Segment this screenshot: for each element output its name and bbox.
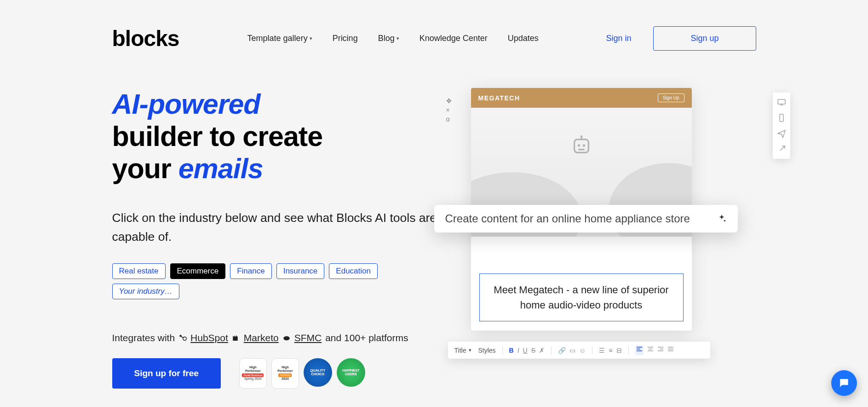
align-left-icon[interactable] — [635, 345, 644, 355]
sfmc-icon — [282, 334, 291, 342]
svg-point-7 — [577, 144, 580, 147]
nav-template-gallery[interactable]: Template gallery ▾ — [247, 34, 312, 43]
ai-prompt-text: Create content for an online home applia… — [445, 212, 690, 225]
editor-preview: ✥ × α MEGATECH Sign Up — [462, 88, 756, 389]
bold-icon[interactable]: B — [509, 347, 514, 354]
badge-g2-high-performer-small-business: High Performer Small Business Spring 202… — [239, 358, 267, 389]
tag-insurance[interactable]: Insurance — [276, 263, 325, 279]
headline-line2: builder to create — [112, 121, 323, 152]
numbered-list-icon[interactable]: ≡ — [609, 347, 612, 354]
industry-tags: Real estate Ecommerce Finance Insurance … — [112, 263, 443, 299]
chevron-down-icon: ▾ — [397, 35, 399, 41]
underline-icon[interactable]: U — [523, 347, 528, 354]
bullet-list-icon[interactable]: ☰ — [599, 347, 605, 354]
marketo-icon — [232, 334, 240, 342]
nav-knowledge-center[interactable]: Knowledge Center — [420, 34, 488, 43]
rich-text-toolbar: Title ▾ Styles B I U S ✗ — [448, 342, 710, 359]
clear-format-icon[interactable]: ✗ — [539, 347, 545, 354]
send-icon[interactable] — [777, 129, 786, 138]
tag-education[interactable]: Education — [329, 263, 378, 279]
integrates-suffix: and 100+ platforms — [325, 332, 408, 343]
preview-text-block[interactable]: Meet Megatech - a new line of superior h… — [479, 273, 684, 321]
checklist-icon[interactable]: ⊟ — [616, 347, 622, 354]
headline-emails: emails — [178, 153, 263, 184]
chevron-down-icon: ▾ — [310, 35, 312, 41]
svg-point-1 — [183, 337, 187, 340]
badge-quality-choice: QUALITY CHOICE — [304, 358, 332, 387]
award-badges: High Performer Small Business Spring 202… — [239, 358, 365, 389]
toolbar-title-select[interactable]: Title ▾ — [454, 347, 472, 354]
svg-point-8 — [582, 144, 585, 147]
tag-real-estate[interactable]: Real estate — [112, 263, 166, 279]
chat-widget-button[interactable] — [831, 370, 857, 396]
image-icon[interactable]: ▭ — [569, 347, 575, 354]
badge-g2-high-performer-spring: High Performer SPRING 2024 — [271, 358, 299, 389]
preview-brand: MEGATECH — [478, 94, 520, 102]
site-header: blocks Template gallery ▾ Pricing Blog ▾… — [112, 0, 756, 51]
tag-your-industry[interactable]: Your industry… — [112, 284, 179, 299]
marketo-link[interactable]: Marketo — [244, 332, 279, 343]
headline-ai-powered: AI-powered — [112, 88, 260, 120]
move-handle-icon[interactable]: ✥ — [446, 97, 452, 105]
desktop-view-icon[interactable] — [777, 98, 786, 106]
svg-rect-6 — [574, 140, 588, 153]
nav-blog[interactable]: Blog ▾ — [378, 34, 399, 43]
preview-signup-button[interactable]: Sign Up — [658, 93, 684, 102]
signin-link[interactable]: Sign in — [606, 34, 631, 43]
tag-ecommerce[interactable]: Ecommerce — [170, 263, 226, 279]
headline-line3a: your — [112, 153, 178, 184]
toolbar-styles-select[interactable]: Styles — [478, 347, 495, 354]
close-icon[interactable]: × — [446, 106, 452, 114]
hubspot-link[interactable]: HubSpot — [190, 332, 228, 343]
integrations-line: Integrates with HubSpot Marketo SFMC and… — [112, 332, 443, 343]
badge-happiest-users: HAPPIEST USERS — [337, 358, 365, 387]
block-handles[interactable]: ✥ × α — [446, 97, 452, 123]
nav-pricing[interactable]: Pricing — [333, 34, 358, 43]
nav-blog-label: Blog — [378, 34, 395, 43]
mobile-view-icon[interactable] — [777, 114, 786, 122]
signup-button[interactable]: Sign up — [653, 26, 756, 51]
integrates-prefix: Integrates with — [112, 332, 175, 343]
align-justify-icon[interactable] — [667, 346, 674, 354]
emoji-icon[interactable]: ☺ — [579, 347, 586, 354]
main-nav: Template gallery ▾ Pricing Blog ▾ Knowle… — [247, 34, 539, 43]
open-external-icon[interactable] — [777, 145, 786, 153]
sparkle-icon[interactable] — [717, 214, 727, 224]
svg-rect-12 — [780, 114, 783, 122]
hero-subtitle: Click on the industry below and see what… — [112, 209, 443, 246]
ai-prompt-input[interactable]: Create content for an online home applia… — [434, 205, 738, 233]
robot-placeholder-icon — [571, 135, 592, 156]
align-center-icon[interactable] — [647, 346, 654, 354]
headline: AI-powered builder to create your emails — [112, 88, 443, 185]
preview-device-tools — [773, 93, 790, 159]
link-icon[interactable]: 🔗 — [558, 347, 566, 354]
chevron-down-icon: ▾ — [469, 347, 471, 353]
sfmc-link[interactable]: SFMC — [294, 332, 322, 343]
tag-finance[interactable]: Finance — [230, 263, 271, 279]
hero-section: AI-powered builder to create your emails… — [112, 51, 756, 389]
strikethrough-icon[interactable]: S — [531, 347, 535, 354]
italic-icon[interactable]: I — [517, 347, 519, 354]
hubspot-icon — [178, 334, 187, 342]
text-icon[interactable]: α — [446, 116, 452, 123]
logo[interactable]: blocks — [112, 26, 179, 51]
align-right-icon[interactable] — [657, 346, 664, 354]
svg-point-5 — [580, 135, 582, 137]
svg-point-3 — [283, 336, 290, 340]
chat-icon — [838, 377, 850, 389]
nav-updates[interactable]: Updates — [508, 34, 539, 43]
nav-template-gallery-label: Template gallery — [247, 34, 308, 43]
preview-email-header: MEGATECH Sign Up — [471, 88, 692, 108]
signup-free-button[interactable]: Sign up for free — [112, 358, 221, 389]
svg-rect-10 — [778, 99, 785, 104]
